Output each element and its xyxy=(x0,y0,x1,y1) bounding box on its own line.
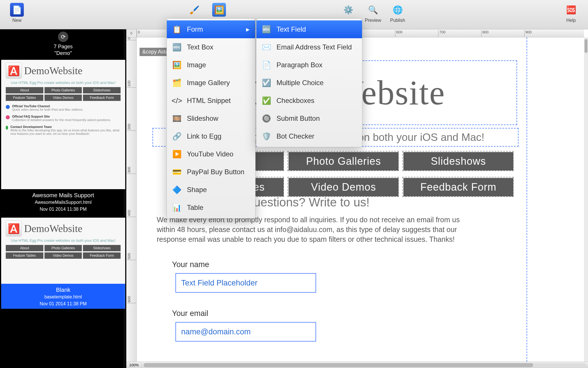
insert-icon xyxy=(212,3,226,17)
email-label[interactable]: Your email xyxy=(172,309,208,318)
form-icon: 📋 xyxy=(171,23,183,35)
menu-item-label: Checkboxes xyxy=(276,97,314,105)
vertical-scrollbar[interactable] xyxy=(584,37,588,362)
gear-icon xyxy=(341,3,355,17)
submit-button-icon: 🔘 xyxy=(260,112,272,124)
publish-button[interactable]: Publish xyxy=(386,3,409,23)
pages-count: 7 Pages xyxy=(0,44,126,50)
thumbnail-caption: Awesome Mails Support AwesomeMailsSuppor… xyxy=(1,189,125,214)
ruler-corner: 0 xyxy=(126,29,137,37)
checkboxes-icon: ✅ xyxy=(260,95,272,107)
text-field-icon: 🔤 xyxy=(260,23,272,35)
menu-item-label: Text Field xyxy=(276,25,306,33)
menu-item-label: Form xyxy=(187,25,203,33)
menu-item-label: Bot Checker xyxy=(276,132,314,140)
multiple-choice-icon: ☑️ xyxy=(260,77,272,89)
thumbnail-preview: DemoWebsite Use HTML Egg Pro create webs… xyxy=(1,218,125,284)
project-name: "Demo" xyxy=(0,50,126,56)
menu-item-label: Image Gallery xyxy=(187,79,230,87)
menu-item-label: Slideshow xyxy=(187,114,218,122)
menu-item-link-to-egg[interactable]: 🔗Link to Egg xyxy=(167,127,255,145)
globe-icon xyxy=(391,3,405,17)
menu-item-label: YouTube Video xyxy=(187,150,233,158)
bot-checker-icon: 🛡️ xyxy=(260,130,272,142)
menu-item-multiple-choice[interactable]: ☑️Multiple Choice xyxy=(256,74,362,92)
menu-item-label: Text Box xyxy=(187,43,213,51)
menu-item-shape[interactable]: 🔷Shape xyxy=(167,181,255,199)
menu-item-bot-checker[interactable]: 🛡️Bot Checker xyxy=(256,127,362,145)
menu-item-form[interactable]: 📋Form▶ xyxy=(167,20,255,38)
menu-item-image[interactable]: 🖼️Image xyxy=(167,56,255,74)
zoom-level[interactable]: 100% xyxy=(126,363,142,367)
menu-item-html-snippet[interactable]: </>HTML Snippet xyxy=(167,92,255,110)
menu-item-label: HTML Snippet xyxy=(187,97,231,105)
name-label[interactable]: Your name xyxy=(172,260,209,269)
brush-button[interactable] xyxy=(183,3,206,18)
html-snippet-icon: </> xyxy=(171,95,183,107)
shape-icon: 🔷 xyxy=(171,184,183,196)
status-bar: 100% xyxy=(126,362,588,368)
menu-item-email-address-text-field[interactable]: ✉️Email Address Text Field xyxy=(256,38,362,56)
insert-button[interactable] xyxy=(208,3,230,18)
menu-item-slideshow[interactable]: 🎞️Slideshow xyxy=(167,110,255,127)
new-label: New xyxy=(12,18,22,23)
paragraph-box-icon: 📄 xyxy=(260,59,272,71)
page-thumbnail[interactable]: DemoWebsite Use HTML Egg Pro create webs… xyxy=(1,60,125,214)
menu-item-table[interactable]: 📊Table xyxy=(167,199,255,216)
menu-item-checkboxes[interactable]: ✅Checkboxes xyxy=(256,92,362,110)
menu-item-submit-button[interactable]: 🔘Submit Button xyxy=(256,110,362,127)
menu-item-image-gallery[interactable]: 🗂️Image Gallery xyxy=(167,74,255,92)
form-submenu: 🔤Text Field✉️Email Address Text Field📄Pa… xyxy=(256,18,362,147)
menu-item-label: PayPal Buy Button xyxy=(187,168,244,176)
ruler-vertical: 0 100 200 300 400 500 600 xyxy=(126,37,137,362)
menu-item-label: Email Address Text Field xyxy=(276,43,352,51)
menu-item-label: Link to Egg xyxy=(187,132,221,140)
email-address-text-field-icon: ✉️ xyxy=(260,41,272,53)
menu-item-text-field[interactable]: 🔤Text Field xyxy=(256,20,362,38)
youtube-video-icon: ▶️ xyxy=(171,148,183,160)
help-button[interactable]: Help xyxy=(560,3,582,23)
thumbnail-preview: DemoWebsite Use HTML Egg Pro create webs… xyxy=(1,60,125,189)
sidebar-header: ⟳ 7 Pages "Demo" xyxy=(0,29,126,56)
menu-item-text-box[interactable]: 🔤Text Box xyxy=(167,38,255,56)
image-icon: 🖼️ xyxy=(171,59,183,71)
email-input[interactable] xyxy=(175,322,316,342)
text-box-icon: 🔤 xyxy=(171,41,183,53)
paypal-buy-button-icon: 💳 xyxy=(171,166,183,178)
menu-item-label: Shape xyxy=(187,186,207,194)
link-to-egg-icon: 🔗 xyxy=(171,130,183,142)
menu-item-label: Table xyxy=(187,204,203,212)
nav-slideshows[interactable]: Slideshows xyxy=(403,152,513,170)
preview-button[interactable]: Preview xyxy=(362,3,384,23)
menu-item-paypal-buy-button[interactable]: 💳PayPal Buy Button xyxy=(167,163,255,181)
menu-item-youtube-video[interactable]: ▶️YouTube Video xyxy=(167,145,255,163)
sidebar-scrollbar[interactable] xyxy=(123,29,126,368)
chevron-right-icon: ▶ xyxy=(246,27,249,32)
new-icon xyxy=(10,3,24,17)
name-input[interactable] xyxy=(175,273,316,293)
new-button[interactable]: New xyxy=(6,3,28,23)
page-thumbnail[interactable]: DemoWebsite Use HTML Egg Pro create webs… xyxy=(1,218,125,309)
menu-item-label: Submit Button xyxy=(276,114,320,122)
help-icon xyxy=(564,3,578,17)
menu-item-paragraph-box[interactable]: 📄Paragraph Box xyxy=(256,56,362,74)
slideshow-icon: 🎞️ xyxy=(171,112,183,124)
questions-body[interactable]: We make every effort to promptly respond… xyxy=(157,215,464,244)
table-icon: 📊 xyxy=(171,202,183,214)
nav-photo-galleries[interactable]: Photo Galleries xyxy=(289,152,399,170)
menu-item-label: Multiple Choice xyxy=(276,79,324,87)
menu-item-label: Image xyxy=(187,61,206,69)
brush-icon xyxy=(187,3,201,17)
nav-video-demos[interactable]: Video Demos xyxy=(289,178,399,196)
image-gallery-icon: 🗂️ xyxy=(171,77,183,89)
refresh-icon[interactable]: ⟳ xyxy=(58,32,68,42)
menu-item-label: Paragraph Box xyxy=(276,61,322,69)
preview-icon xyxy=(366,3,380,17)
horizontal-scrollbar[interactable] xyxy=(144,363,586,367)
insert-menu: 📋Form▶🔤Text Box🖼️Image🗂️Image Gallery</>… xyxy=(167,18,256,218)
thumbnail-caption-selected: Blank basetemplate.html Nov 01 2014 11:3… xyxy=(1,284,125,309)
nav-feedback-form[interactable]: Feedback Form xyxy=(403,178,513,196)
page-sidebar: ⟳ 7 Pages "Demo" DemoWebsite Use HTML Eg… xyxy=(0,29,126,368)
